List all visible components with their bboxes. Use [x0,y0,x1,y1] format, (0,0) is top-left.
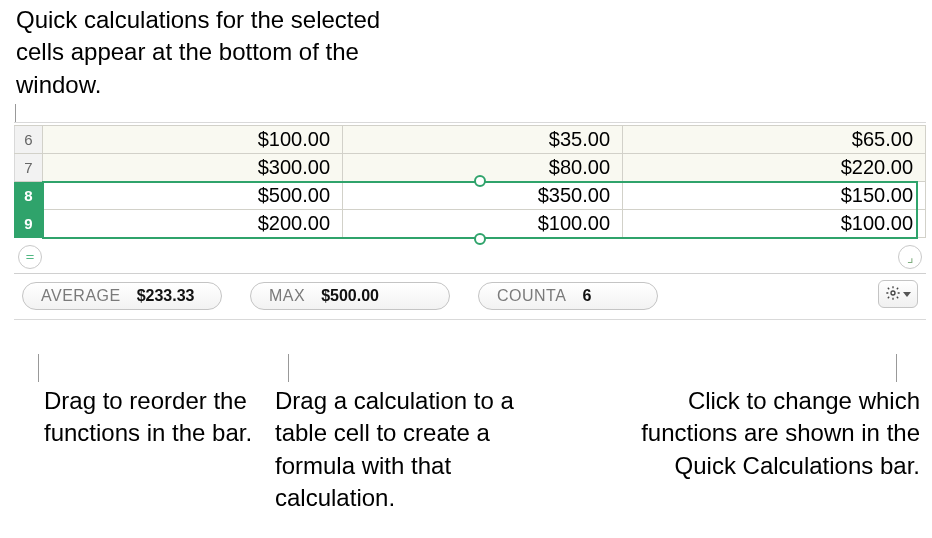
table-row[interactable]: 8$500.00$350.00$150.00 [15,182,926,210]
table-row[interactable]: 6$100.00$35.00$65.00 [15,126,926,154]
calc-pill-average[interactable]: AVERAGE $233.33 [22,282,222,310]
leader-line [38,354,39,382]
table-row[interactable]: 7$300.00$80.00$220.00 [15,154,926,182]
data-table[interactable]: 6$100.00$35.00$65.007$300.00$80.00$220.0… [14,125,926,238]
cell[interactable]: $35.00 [343,126,623,154]
calc-label: MAX [269,287,305,305]
equals-icon: ＝ [23,248,37,266]
calc-label: COUNTA [497,287,566,305]
calc-value: 6 [582,287,591,305]
calc-settings-button[interactable] [878,280,918,308]
chevron-down-icon [903,292,911,297]
row-header[interactable]: 7 [15,154,43,182]
quick-calculations-bar: AVERAGE $233.33 MAX $500.00 COUNTA 6 [14,273,926,317]
row-header[interactable]: 8 [15,182,43,210]
cell[interactable]: $100.00 [43,126,343,154]
cell[interactable]: $300.00 [43,154,343,182]
sheet-window: 6$100.00$35.00$65.007$300.00$80.00$220.0… [14,122,926,320]
cell[interactable]: $100.00 [623,210,926,238]
row-header[interactable]: 6 [15,126,43,154]
svg-point-0 [891,291,895,295]
cell[interactable]: $65.00 [623,126,926,154]
cell[interactable]: $500.00 [43,182,343,210]
callout-gear: Click to change which functions are show… [640,385,920,482]
gear-icon [885,281,901,307]
table-area: 6$100.00$35.00$65.007$300.00$80.00$220.0… [14,123,926,273]
calc-value: $500.00 [321,287,379,305]
cell[interactable]: $150.00 [623,182,926,210]
cell[interactable]: $200.00 [43,210,343,238]
cell[interactable]: $220.00 [623,154,926,182]
callout-reorder: Drag to reorder the functions in the bar… [44,385,264,450]
calc-value: $233.33 [137,287,195,305]
cell[interactable]: $80.00 [343,154,623,182]
callout-top: Quick calculations for the selected cell… [16,4,386,101]
leader-line [896,354,897,382]
corner-icon: ⌟ [907,249,914,265]
row-header[interactable]: 9 [15,210,43,238]
calc-pill-max[interactable]: MAX $500.00 [250,282,450,310]
table-row[interactable]: 9$200.00$100.00$100.00 [15,210,926,238]
cell[interactable]: $350.00 [343,182,623,210]
table-corner-button[interactable]: ⌟ [898,245,922,269]
leader-line [288,354,289,382]
calc-label: AVERAGE [41,287,121,305]
equals-button[interactable]: ＝ [18,245,42,269]
callout-drag-calc: Drag a calculation to a table cell to cr… [275,385,535,515]
cell[interactable]: $100.00 [343,210,623,238]
calc-pill-counta[interactable]: COUNTA 6 [478,282,658,310]
